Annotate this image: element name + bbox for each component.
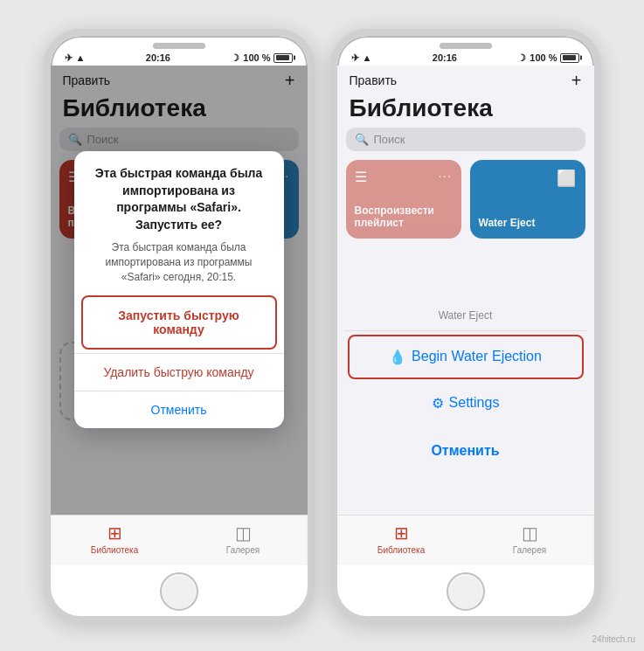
settings-gear-icon: ⚙ <box>432 395 444 412</box>
card-stop-right: ⬜ <box>557 169 577 188</box>
tab-library-label-left: Библиотека <box>91 545 138 555</box>
tab-library-right[interactable]: ⊞ Библиотека <box>337 523 466 555</box>
tab-bar-left: ⊞ Библиотека ◫ Галерея <box>51 515 308 565</box>
status-bar-left: ✈ ▲ 20:16 ☽ 100 % <box>51 49 308 66</box>
dialog-cancel-btn[interactable]: Отменить <box>74 391 284 428</box>
airplane-icon-right: ✈ <box>351 52 359 64</box>
nav-edit-right[interactable]: Править <box>350 73 398 87</box>
tab-library-icon-left: ⊞ <box>107 523 122 544</box>
time-left: 20:16 <box>146 52 170 63</box>
card-top-1-right: ☰ ··· <box>355 169 453 185</box>
phone-right: ✈ ▲ 20:16 ☽ 100 % Править + Библиотека 🔍… <box>330 29 601 623</box>
search-placeholder-right: Поиск <box>374 133 405 146</box>
action-sheet-title: Water Eject <box>344 301 587 331</box>
card-label-1-right: Воспроизвести плейлист <box>355 204 453 230</box>
action-sheet-settings-btn[interactable]: ⚙ Settings <box>344 383 587 424</box>
moon-icon-left: ☽ <box>231 52 239 64</box>
status-bar-right: ✈ ▲ 20:16 ☽ 100 % <box>337 49 594 66</box>
airplane-icon-left: ✈ <box>65 52 73 64</box>
dialog-delete-btn[interactable]: Удалить быструю команду <box>74 353 284 391</box>
tab-gallery-label-left: Галерея <box>226 545 260 555</box>
search-icon-right: 🔍 <box>355 133 369 146</box>
wifi-icon-right: ▲ <box>363 52 372 63</box>
speaker-right <box>440 43 492 49</box>
dialog-run-btn[interactable]: Запустить быструю команду <box>81 295 277 350</box>
action-sheet-overlay: Water Eject 💧 Begin Water Ejection ⚙ Set… <box>337 301 594 471</box>
home-button-left[interactable] <box>160 572 198 611</box>
status-left-right: ✈ ▲ <box>351 52 372 64</box>
search-bar-right[interactable]: 🔍 Поиск <box>346 128 585 151</box>
battery-text-right: 100 % <box>530 52 557 63</box>
status-left-left: ✈ ▲ <box>65 52 86 64</box>
app-content-right: Править + Библиотека 🔍 Поиск ☰ ··· Воспр… <box>337 66 594 515</box>
eject-water-icon: 💧 <box>389 349 406 365</box>
card-dots-1-right: ··· <box>438 169 452 184</box>
status-right-right: ☽ 100 % <box>517 52 579 64</box>
eject-label: Begin Water Ejection <box>412 349 542 364</box>
moon-icon-right: ☽ <box>517 52 526 64</box>
battery-fill-left <box>276 55 289 60</box>
card-top-2-right: ⬜ <box>479 169 577 188</box>
watermark: 24hitech.ru <box>592 634 635 644</box>
home-button-right[interactable] <box>447 572 485 611</box>
tab-gallery-left[interactable]: ◫ Галерея <box>179 523 308 555</box>
battery-icon-left <box>274 53 293 63</box>
settings-label: Settings <box>449 395 500 411</box>
app-title-right: Библиотека <box>337 94 594 128</box>
tab-bar-right: ⊞ Библиотека ◫ Галерея <box>337 515 594 565</box>
tab-library-label-right: Библиотека <box>377 545 425 555</box>
dialog-title-left: Эта быстрая команда была импортирована и… <box>88 165 270 233</box>
home-button-area-right <box>337 565 594 616</box>
dialog-overlay-left: Эта быстрая команда была импортирована и… <box>51 66 308 515</box>
tab-library-left[interactable]: ⊞ Библиотека <box>51 523 179 555</box>
shortcut-card-playlist-right[interactable]: ☰ ··· Воспроизвести плейлист <box>346 160 461 239</box>
nav-plus-right[interactable]: + <box>571 71 582 91</box>
phone-left: ✈ ▲ 20:16 ☽ 100 % Править + Библиотека 🔍… <box>44 29 315 623</box>
home-button-area-left <box>51 565 308 616</box>
app-content-left: Править + Библиотека 🔍 Поиск ☰ ··· Воспр… <box>51 66 308 515</box>
wifi-icon-left: ▲ <box>76 52 86 63</box>
dialog-actions-left: Запустить быструю команду Удалить быстру… <box>74 292 284 428</box>
action-sheet-cancel-btn[interactable]: Отменить <box>344 431 587 471</box>
tab-gallery-label-right: Галерея <box>513 545 546 555</box>
tab-gallery-right[interactable]: ◫ Галерея <box>466 523 594 555</box>
list-icon-right: ☰ <box>355 169 367 185</box>
battery-text-left: 100 % <box>243 52 270 63</box>
speaker-left <box>153 43 205 49</box>
tab-library-icon-right: ⊞ <box>394 523 409 544</box>
shortcut-card-water-right[interactable]: ⬜ Water Eject <box>470 160 585 239</box>
action-sheet-main: Water Eject 💧 Begin Water Ejection ⚙ Set… <box>344 301 587 424</box>
time-right: 20:16 <box>433 52 457 63</box>
tab-gallery-icon-right: ◫ <box>522 523 538 544</box>
tab-gallery-icon-left: ◫ <box>235 523 252 544</box>
action-sheet-eject-btn[interactable]: 💧 Begin Water Ejection <box>348 335 584 379</box>
dialog-message-left: Эта быстрая команда была импортирована и… <box>88 240 270 284</box>
dialog-body-left: Эта быстрая команда была импортирована и… <box>74 151 284 292</box>
status-right-left: ☽ 100 % <box>231 52 293 64</box>
phone-top-left <box>51 36 308 49</box>
dialog-box-left: Эта быстрая команда была импортирована и… <box>74 151 284 428</box>
phone-top-right <box>337 36 594 49</box>
nav-bar-right: Править + <box>337 66 594 94</box>
battery-icon-right <box>560 53 579 63</box>
battery-fill-right <box>563 55 576 60</box>
page-wrapper: ✈ ▲ 20:16 ☽ 100 % Править + Библиотека 🔍… <box>26 11 619 641</box>
card-label-2-right: Water Eject <box>479 217 577 229</box>
